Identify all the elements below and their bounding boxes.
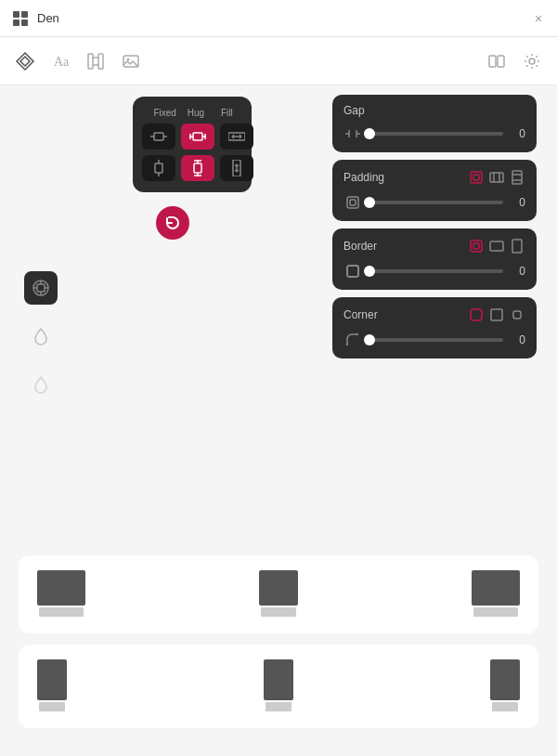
undo-button[interactable]	[156, 206, 189, 240]
svg-rect-18	[193, 133, 202, 140]
svg-rect-2	[13, 20, 19, 26]
border-row: 0	[343, 262, 525, 280]
svg-rect-54	[491, 309, 502, 320]
gap-value: 0	[511, 127, 525, 140]
padding-value: 0	[511, 196, 525, 209]
padding-label: Padding	[343, 171, 384, 184]
border-horiz-icon[interactable]	[488, 238, 505, 254]
gap-icon	[343, 124, 362, 143]
svg-rect-53	[471, 309, 482, 320]
svg-rect-49	[473, 243, 479, 249]
svg-rect-43	[512, 171, 522, 184]
corner-bottom-icon[interactable]	[509, 306, 525, 323]
svg-rect-15	[154, 133, 163, 140]
svg-rect-3	[21, 20, 28, 26]
svg-rect-1	[21, 11, 28, 18]
title-bar-left: Den	[11, 9, 59, 28]
gap-label: Gap	[343, 104, 365, 117]
padding-vert-icon[interactable]	[509, 169, 525, 186]
svg-rect-50	[490, 241, 503, 251]
border-icons	[468, 238, 525, 254]
svg-text:Aa: Aa	[54, 55, 69, 69]
svg-rect-12	[498, 56, 504, 67]
gap-row: 0	[343, 124, 525, 143]
border-header: Border	[343, 238, 525, 254]
svg-rect-38	[471, 172, 482, 183]
corner-panel: Corner	[332, 297, 537, 358]
corner-row: 0	[343, 331, 525, 349]
svg-rect-59	[37, 284, 45, 292]
size-panel: Fixed Hug Fill	[133, 97, 252, 192]
preview-item-2	[259, 570, 298, 619]
svg-rect-48	[471, 241, 482, 252]
frame-icon[interactable]	[85, 51, 106, 72]
svg-rect-28	[194, 163, 201, 173]
image-icon[interactable]	[121, 51, 141, 72]
left-tools	[24, 271, 58, 401]
svg-rect-5	[88, 54, 93, 69]
drop-tool[interactable]	[24, 319, 58, 353]
border-value: 0	[511, 265, 525, 278]
preview-item-4	[37, 659, 67, 713]
preview-item-3	[472, 570, 520, 619]
app-icon	[11, 9, 30, 28]
corner-top-icon[interactable]	[488, 306, 505, 323]
svg-rect-25	[155, 163, 162, 173]
border-vert-icon[interactable]	[509, 238, 525, 254]
toolbar-left: Aa	[15, 51, 141, 72]
svg-rect-40	[490, 173, 503, 182]
grid-icon[interactable]	[15, 51, 35, 72]
svg-rect-11	[489, 56, 496, 67]
padding-panel: Padding	[332, 160, 537, 221]
toolbar: Aa	[0, 37, 557, 85]
empty-tool[interactable]	[24, 368, 58, 401]
padding-header: Padding	[343, 169, 525, 186]
columns-icon[interactable]	[486, 51, 507, 72]
corner-value: 0	[511, 333, 525, 346]
corner-slider[interactable]	[369, 338, 503, 342]
padding-horiz-icon[interactable]	[488, 169, 505, 186]
border-all-icon[interactable]	[468, 238, 485, 254]
hug-horizontal-btn[interactable]	[181, 124, 214, 150]
title-bar: Den ×	[0, 0, 557, 37]
fixed-label: Fixed	[149, 108, 180, 118]
svg-rect-0	[13, 11, 19, 18]
fixed-vertical-btn[interactable]	[142, 155, 175, 181]
app-title: Den	[37, 11, 59, 25]
fill-horizontal-btn[interactable]	[220, 124, 253, 150]
svg-rect-51	[512, 240, 522, 253]
preview-row-1	[19, 555, 538, 633]
hug-vertical-btn[interactable]	[181, 155, 214, 181]
text-icon[interactable]: Aa	[50, 51, 71, 72]
property-panels: Gap 0 Pa	[332, 95, 537, 358]
gap-panel: Gap 0	[332, 95, 537, 152]
settings-icon[interactable]	[522, 51, 542, 72]
close-button[interactable]: ×	[531, 11, 546, 26]
padding-all-icon[interactable]	[468, 169, 485, 186]
corner-all-icon[interactable]	[468, 306, 485, 323]
padding-icon	[343, 193, 362, 212]
toolbar-right	[486, 51, 542, 72]
fill-vertical-btn[interactable]	[220, 155, 253, 181]
svg-rect-46	[347, 197, 358, 208]
gap-slider[interactable]	[369, 132, 503, 136]
svg-rect-47	[350, 200, 356, 205]
preview-area	[19, 555, 538, 728]
corner-icon	[343, 331, 362, 349]
svg-rect-6	[98, 54, 103, 69]
preview-row-2	[19, 645, 538, 728]
fixed-horizontal-btn[interactable]	[142, 124, 175, 150]
svg-rect-39	[473, 175, 479, 180]
component-tool[interactable]	[24, 271, 58, 305]
border-slider[interactable]	[369, 269, 503, 273]
gap-header: Gap	[343, 104, 525, 117]
svg-point-13	[529, 59, 535, 64]
padding-slider[interactable]	[369, 201, 503, 204]
preview-item-1	[37, 570, 85, 619]
main-content: Fixed Hug Fill	[0, 85, 557, 756]
fill-label: Fill	[212, 108, 242, 118]
corner-label: Corner	[343, 308, 378, 321]
hug-label: Hug	[180, 108, 211, 118]
border-label: Border	[343, 240, 377, 253]
corner-icons	[468, 306, 525, 323]
